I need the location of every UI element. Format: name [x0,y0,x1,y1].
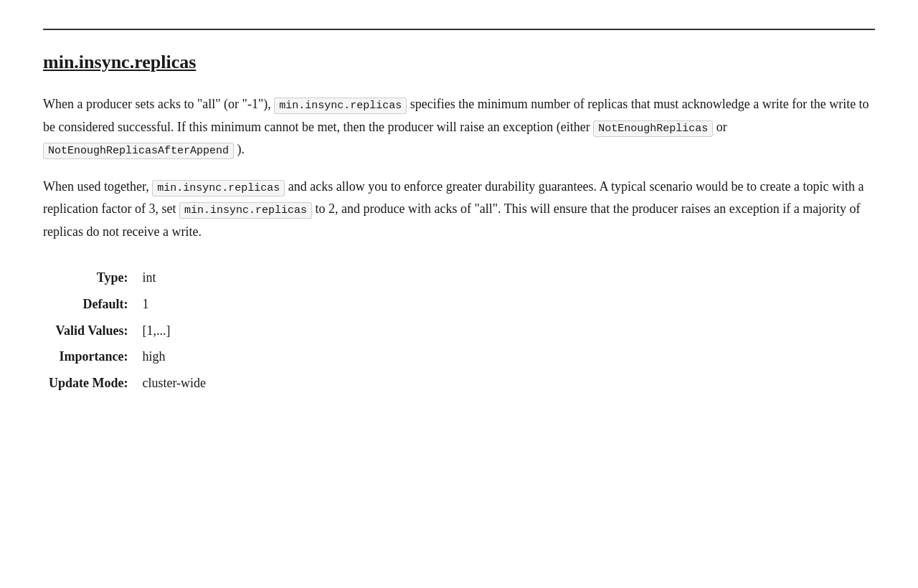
metadata-value-importance: high [137,343,212,370]
metadata-row-importance: Importance: high [43,343,212,370]
description-paragraph-2: When used together, min.insync.replicas … [43,176,875,244]
metadata-row-default: Default: 1 [43,291,212,318]
metadata-label-update-mode: Update Mode: [43,370,137,397]
code-min-insync-replicas-1: min.insync.replicas [274,98,407,114]
code-not-enough-replicas-after-append: NotEnoughReplicasAfterAppend [43,143,234,159]
metadata-value-default: 1 [137,291,212,318]
top-border [43,29,875,30]
code-not-enough-replicas: NotEnoughReplicas [593,120,713,137]
code-min-insync-replicas-3: min.insync.replicas [179,202,312,219]
page-title: min.insync.replicas [43,52,875,73]
metadata-row-type: Type: int [43,265,212,291]
page-container: min.insync.replicas When a producer sets… [43,29,875,397]
metadata-label-valid-values: Valid Values: [43,318,137,344]
metadata-row-update-mode: Update Mode: cluster-wide [43,370,212,397]
metadata-label-default: Default: [43,291,137,318]
metadata-value-type: int [137,265,212,291]
metadata-label-importance: Importance: [43,343,137,370]
metadata-table: Type: int Default: 1 Valid Values: [1,..… [43,265,212,397]
metadata-row-valid-values: Valid Values: [1,...] [43,318,212,344]
description-paragraph-1: When a producer sets acks to "all" (or "… [43,93,875,161]
code-min-insync-replicas-2: min.insync.replicas [152,180,285,196]
metadata-value-update-mode: cluster-wide [137,370,212,397]
metadata-value-valid-values: [1,...] [137,318,212,344]
metadata-label-type: Type: [43,265,137,291]
